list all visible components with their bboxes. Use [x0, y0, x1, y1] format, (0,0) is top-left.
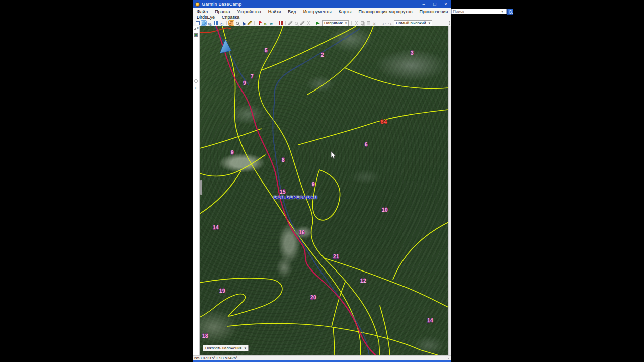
view-map-only-icon[interactable]	[195, 20, 201, 26]
new-route-icon[interactable]	[262, 20, 268, 26]
pan-tool-icon[interactable]	[228, 20, 234, 26]
resize-grip-icon[interactable]	[446, 356, 450, 360]
chevron-down-icon: ▾	[345, 21, 347, 25]
inspect-tool-icon-disabled	[293, 20, 299, 26]
library-item-icon[interactable]	[194, 33, 198, 37]
toolbar-separator	[276, 21, 276, 25]
split-view-icon[interactable]	[213, 20, 219, 26]
toolbar-separator	[226, 21, 227, 25]
menu-item-row1-1[interactable]: Правка	[211, 9, 233, 14]
detail-level-value: Самый высокий	[396, 21, 426, 25]
refresh-icon[interactable]	[219, 20, 225, 26]
main-area: E C	[193, 26, 451, 355]
area-number-label: 3	[411, 50, 414, 56]
gps-track[interactable]	[216, 26, 376, 355]
area-number-label: 9	[231, 150, 234, 155]
chevron-down-icon[interactable]: ▾	[501, 10, 503, 14]
area-number-label: 14	[427, 318, 433, 323]
window-title: Garmin BaseCamp	[202, 2, 418, 7]
toolbar-overflow-grip[interactable]	[448, 21, 450, 25]
panel-splitter-handle[interactable]	[200, 180, 202, 195]
new-waypoint-icon[interactable]	[256, 20, 262, 26]
chevron-down-icon: ▾	[428, 21, 430, 25]
detail-toggle-icon[interactable]	[207, 20, 213, 26]
menu-item-row1-6[interactable]: Карты	[335, 9, 355, 14]
toolbar-separator	[285, 21, 286, 25]
library-panel-collapsed[interactable]: E C	[193, 26, 200, 355]
area-number-label: 7	[251, 74, 254, 79]
close-button[interactable]: ×	[440, 0, 451, 8]
search-input[interactable]	[453, 9, 501, 14]
search-button[interactable]	[507, 9, 513, 15]
menu-item-row1-3[interactable]: Найти	[265, 9, 285, 14]
draw-tool-icon-disabled	[299, 20, 305, 26]
area-number-label: 20	[310, 295, 316, 300]
select-tool-icon[interactable]	[240, 20, 247, 26]
stage: Garmin BaseCamp – □ × ФайлПравкаУстройст…	[0, 0, 644, 362]
menu-item-row1-4[interactable]: Вид	[284, 9, 299, 14]
overlay-dropdown[interactable]: Показать наложения ▾	[203, 345, 249, 351]
title-bar[interactable]: Garmin BaseCamp – □ ×	[193, 0, 451, 8]
coordinates-readout: N53.07315° E93.53426°	[194, 356, 237, 360]
routing-mode-combo[interactable]: Напрямик ▾	[322, 20, 349, 26]
area-number-label: 8	[282, 157, 285, 163]
app-icon	[195, 2, 200, 7]
area-number-label: 19	[219, 288, 225, 294]
area-number-label: 5	[265, 48, 268, 53]
basecamp-window: Garmin BaseCamp – □ × ФайлПравкаУстройст…	[193, 0, 451, 362]
area-number-label: 64	[380, 119, 387, 125]
expander-icon[interactable]	[194, 28, 196, 30]
birdseye-icon[interactable]	[278, 20, 284, 26]
toolbar: Напрямик ▾ Самый высокий ▾	[193, 20, 451, 26]
menu-item-row1-0[interactable]: Файл	[193, 9, 211, 14]
globe-view-icon[interactable]	[201, 20, 207, 26]
routing-mode-value: Напрямик	[324, 21, 343, 25]
measure-tool-icon[interactable]	[247, 20, 253, 26]
menu-bar: ФайлПравкаУстройствоНайтиВидИнструментыК…	[193, 8, 451, 15]
chevron-down-icon: ▾	[244, 346, 246, 350]
area-number-label: 15	[280, 189, 286, 195]
area-number-label: 9	[312, 182, 315, 187]
map-cursor	[331, 151, 336, 159]
minimize-button[interactable]: –	[418, 0, 429, 8]
menu-bar-row2: BirdsEyeСправка	[193, 15, 451, 20]
area-number-label: 9	[243, 80, 246, 86]
area-number-label: 21	[333, 254, 339, 259]
toolbar-separator	[379, 21, 379, 25]
toolbar-separator	[254, 21, 255, 25]
library-fragment-label2: C	[195, 86, 197, 90]
area-number-label: 12	[360, 278, 366, 284]
divide-tool-icon-disabled	[305, 20, 311, 26]
area-number-label: 2	[321, 52, 324, 58]
map-overlay-svg	[200, 26, 448, 355]
maximize-button[interactable]: □	[429, 0, 440, 8]
zoom-tool-icon[interactable]	[234, 20, 240, 26]
river-label: БОЛ.БЕРЕЗОВАЯ	[273, 194, 317, 200]
search-input-wrap[interactable]: ▾	[451, 9, 507, 14]
road-line	[200, 28, 231, 33]
map-canvas[interactable]: БОЛ.БЕРЕЗОВАЯ 52379646989151014162112192…	[200, 26, 448, 355]
delete-icon-disabled	[371, 20, 377, 26]
menu-item-row2-0[interactable]: BirdsEye	[193, 15, 218, 20]
menu-item-row1-2[interactable]: Устройство	[234, 9, 265, 14]
area-number-label: 16	[299, 230, 305, 235]
cut-icon-disabled	[353, 20, 359, 26]
undo-icon-disabled	[381, 20, 387, 26]
menu-item-row1-5[interactable]: Инструменты	[300, 9, 335, 14]
menu-item-row1-8[interactable]: Приключения	[416, 9, 451, 14]
redo-icon-disabled	[387, 20, 393, 26]
new-track-icon[interactable]	[268, 20, 274, 26]
overlay-dropdown-label: Показать наложения	[205, 346, 242, 350]
detail-level-combo[interactable]: Самый высокий ▾	[394, 20, 432, 26]
area-number-label: 10	[382, 207, 388, 213]
toolbar-separator	[313, 21, 313, 25]
copy-icon-disabled	[359, 20, 365, 26]
boundary-lines	[200, 26, 448, 355]
paste-icon-disabled	[365, 20, 371, 26]
library-circle-icon[interactable]	[194, 79, 198, 83]
area-number-label: 6	[365, 142, 368, 147]
library-fragment-label: E	[197, 27, 199, 30]
menu-item-row1-7[interactable]: Планировщик маршрутов	[355, 9, 416, 14]
direct-routing-icon[interactable]	[315, 20, 321, 26]
search-area: ▾	[451, 9, 513, 15]
